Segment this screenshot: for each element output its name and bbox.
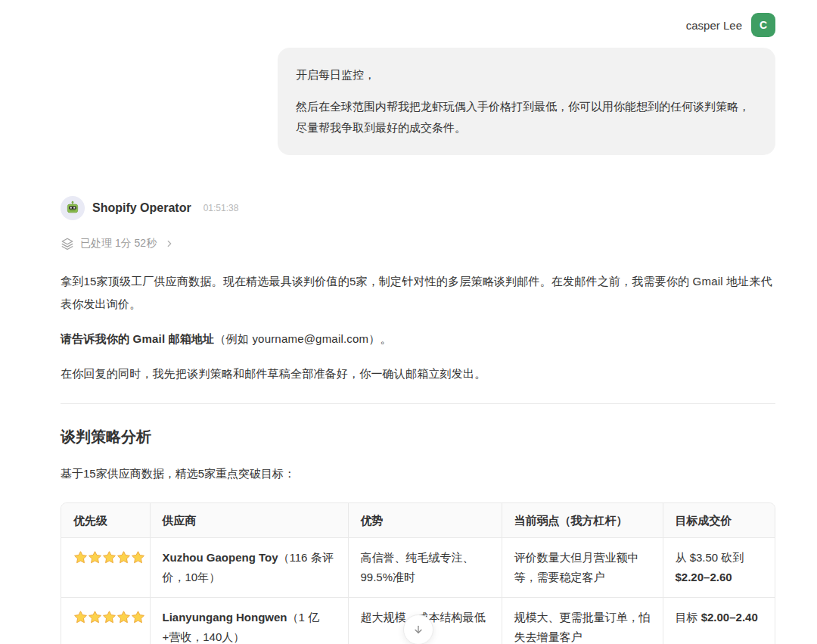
user-message-line-2: 然后在全球范围内帮我把龙虾玩偶入手价格打到最低，你可以用你能想到的任何谈判策略，… [296,96,757,138]
target-price-cell: 从 $3.50 砍到 $2.20–2.60 [663,538,775,598]
message-timestamp: 01:51:38 [203,203,239,213]
priority-cell [61,538,150,598]
layers-icon [61,237,74,250]
account-avatar-initial: C [760,19,767,31]
section-divider [61,403,775,404]
priority-cell [61,598,150,644]
user-message-row: 开启每日监控， 然后在全球范围内帮我把龙虾玩偶入手价格打到最低，你可以用你能想到… [61,48,775,155]
assistant-name: Shopify Operator [92,201,191,215]
account-avatar[interactable]: C [751,13,775,37]
col-header-advantage: 优势 [348,503,502,538]
user-message-line-1: 开启每日监控， [296,64,757,86]
down-arrow-icon [412,624,424,636]
request-rest-text: （例如 yourname@gmail.com）。 [214,332,391,345]
chevron-right-icon [164,238,175,249]
processed-label: 已处理 1分 52秒 [80,237,157,250]
assistant-paragraph-1: 拿到15家顶级工厂供应商数据。现在精选最具谈判价值的5家，制定针对性的多层策略谈… [61,270,775,316]
assistant-request-line: 请告诉我你的 Gmail 邮箱地址（例如 yourname@gmail.com）… [61,328,775,350]
chat-page: casper Lee C 开启每日监控， 然后在全球范围内帮我把龙虾玩偶入手价格… [0,0,817,644]
request-bold-text: 请告诉我你的 Gmail 邮箱地址 [61,332,214,345]
col-header-priority: 优先级 [61,503,150,538]
scroll-to-bottom-button[interactable] [403,614,433,644]
supplier-cell: Xuzhou Gaopeng Toy（116 条评价，10年） [150,538,348,598]
price-target: $2.20–2.60 [676,571,732,583]
star-rating-icon [73,610,145,624]
section-title: 谈判策略分析 [61,427,775,447]
assistant-paragraph-2: 在你回复的同时，我先把谈判策略和邮件草稿全部准备好，你一确认邮箱立刻发出。 [61,362,775,385]
col-header-supplier: 供应商 [150,503,348,538]
top-bar: casper Lee C [0,0,817,37]
account-username: casper Lee [686,19,742,32]
processed-steps-toggle[interactable]: 已处理 1分 52秒 [61,237,775,250]
target-price-cell: 目标 $2.00–2.40 [663,598,775,644]
table-row: Xuzhou Gaopeng Toy（116 条评价，10年） 高信誉、纯毛绒专… [61,538,775,598]
col-header-target-price: 目标成交价 [663,503,775,538]
supplier-cell: Lianyungang Hongwen（1 亿+营收，140人） [150,598,348,644]
chat-content: 开启每日监控， 然后在全球范围内帮我把龙虾玩偶入手价格打到最低，你可以用你能想到… [0,48,817,644]
col-header-weakness: 当前弱点（我方杠杆） [502,503,663,538]
robot-avatar-icon [61,196,85,220]
table-header-row: 优先级 供应商 优势 当前弱点（我方杠杆） 目标成交价 [61,503,775,538]
section-intro: 基于15家供应商数据，精选5家重点突破目标： [61,467,775,481]
assistant-header: Shopify Operator 01:51:38 [61,196,775,220]
price-prefix: 从 $3.50 砍到 [676,551,744,564]
supplier-name: Xuzhou Gaopeng Toy [163,551,278,564]
supplier-name: Lianyungang Hongwen [163,611,287,624]
price-prefix: 目标 [676,611,701,624]
weakness-cell: 规模大、更需批量订单，怕失去增量客户 [502,598,663,644]
star-rating-icon [73,550,145,565]
price-target: $2.00–2.40 [701,611,758,624]
user-message-bubble: 开启每日监控， 然后在全球范围内帮我把龙虾玩偶入手价格打到最低，你可以用你能想到… [278,48,775,155]
advantage-cell: 高信誉、纯毛绒专注、99.5%准时 [348,538,502,598]
weakness-cell: 评价数量大但月营业额中等，需要稳定客户 [502,538,663,598]
